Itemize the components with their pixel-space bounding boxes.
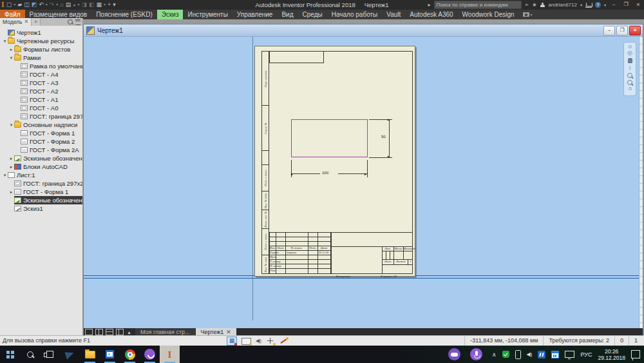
tree-item[interactable]: Эскиз1 (0, 204, 82, 213)
defender-shield-icon[interactable] (502, 351, 509, 358)
tree-item[interactable]: ГОСТ - А4 (0, 70, 82, 79)
zoom-window-icon[interactable] (627, 73, 632, 78)
menu-tab-эскиз[interactable]: Эскиз (157, 10, 184, 19)
volume-icon[interactable]: ◀) (527, 351, 533, 357)
help-search-input[interactable]: Поиск по справке и командам (434, 1, 522, 9)
publish-icon[interactable]: ◧ (89, 1, 95, 9)
document-titlebar[interactable]: Чертеж1 – ❐ × (84, 25, 643, 37)
tree-item[interactable]: ГОСТ - Форма 2А (0, 146, 82, 154)
sketch-rectangle[interactable] (291, 119, 368, 157)
caret-icon[interactable]: ▾ (104, 1, 106, 9)
menu-tab-autodesk-a360[interactable]: Autodesk A360 (405, 10, 457, 19)
tree-item[interactable]: ▾Чертежные ресурсы (0, 37, 82, 45)
precise-input-icon[interactable] (266, 337, 275, 345)
photos-app-icon[interactable] (100, 346, 120, 363)
menu-tab-начало-работы[interactable]: Начало работы (327, 10, 383, 19)
steering-wheel-icon[interactable]: ◎ (627, 50, 632, 56)
doc-minimize-button[interactable]: – (603, 26, 615, 35)
favorites-star-icon[interactable]: ★ (532, 2, 536, 8)
tree-item[interactable]: ▸Блоки AutoCAD (0, 162, 82, 171)
undo-icon[interactable]: ↶ (39, 1, 44, 9)
display-icon[interactable] (565, 351, 574, 358)
user-caret-icon[interactable]: ▾ (580, 3, 582, 7)
window-minimize-button[interactable]: – (609, 1, 618, 8)
caret-icon[interactable]: ▾ (77, 1, 79, 9)
tree-expander-icon[interactable]: ▾ (2, 39, 8, 44)
tray-expand-icon[interactable]: ∧ (492, 351, 497, 358)
tree-item[interactable]: ГОСТ - А1 (0, 95, 82, 104)
window-close-button[interactable]: × (634, 1, 643, 8)
inventor-logo-icon[interactable]: I (1, 1, 5, 9)
tree-item[interactable]: ГОСТ - А2 (0, 87, 82, 95)
phone-icon[interactable] (515, 350, 521, 359)
tree-item[interactable]: ▾Основные надписи (0, 121, 82, 129)
tab-close-icon[interactable]: ✕ (24, 18, 29, 26)
tree-item[interactable]: ▸ГОСТ - Форма 1 (0, 188, 82, 196)
caret-icon[interactable]: ▾ (46, 1, 48, 9)
doc-tab-close-icon[interactable]: ✕ (226, 329, 231, 335)
share-icon[interactable]: ➣ (525, 2, 529, 8)
menu-tab-vault[interactable]: Vault (382, 10, 405, 19)
arrange-windows-icon[interactable] (85, 329, 93, 335)
tree-expander-icon[interactable]: ▸ (8, 190, 14, 195)
browser-search-icon[interactable] (68, 19, 73, 25)
iproperties-icon[interactable]: ◩ (32, 1, 37, 9)
open-icon[interactable]: ▰ (17, 1, 22, 9)
tree-item[interactable]: ГОСТ - А3 (0, 79, 82, 87)
tree-item[interactable]: ГОСТ - Форма 1 (0, 129, 82, 137)
blue-app-icon[interactable] (538, 351, 545, 358)
viber-icon[interactable] (140, 346, 160, 363)
tree-expander-icon[interactable]: ▸ (8, 47, 14, 52)
tree-expander-icon[interactable]: ▾ (8, 55, 14, 61)
capture-caret-icon[interactable]: ▾ (531, 12, 533, 17)
redo-icon[interactable]: ↷ (50, 1, 55, 9)
menu-tab-инструменты[interactable]: Инструменты (183, 10, 232, 19)
doc-restore-button[interactable]: ❐ (616, 26, 628, 35)
menu-tab-пояснение-eskd-[interactable]: Пояснение (ESKD) (91, 10, 157, 19)
sound-toggle-icon[interactable]: ◀) (256, 337, 261, 345)
task-view-icon[interactable] (40, 346, 60, 363)
slideshow-toggle-icon[interactable] (242, 338, 251, 345)
record-icon[interactable]: ● (73, 1, 75, 9)
doc-close-button[interactable]: × (629, 26, 641, 35)
tree-item[interactable]: Чертеж1 (0, 28, 82, 37)
tree-item[interactable]: ▾Лист:1 (0, 171, 82, 179)
tree-expander-icon[interactable]: ▾ (8, 123, 14, 128)
caret-icon[interactable]: ▾ (56, 1, 58, 9)
measure-icon[interactable] (279, 337, 289, 345)
browser-menu-icon[interactable] (75, 19, 80, 25)
clock[interactable]: 20:2629.12.2018 (598, 348, 625, 361)
export-icon[interactable]: ◨ (81, 1, 87, 9)
home-icon[interactable]: ⌂ (60, 1, 63, 9)
tree-item[interactable]: ГОСТ: граница 297x210 (0, 112, 82, 121)
add-icon[interactable]: + (108, 1, 111, 9)
add-browser-tab-button[interactable]: + (32, 18, 41, 26)
print-icon[interactable]: ▤ (66, 1, 71, 9)
purple-assistant-icon[interactable] (448, 348, 460, 360)
help-icon[interactable]: ? (595, 2, 601, 8)
tree-item[interactable]: ▾Рамки (0, 54, 82, 62)
grid-toggle-icon[interactable]: ▦ (227, 337, 237, 346)
tree-expander-icon[interactable]: ▾ (2, 173, 8, 178)
language-indicator[interactable]: РУС (580, 351, 592, 358)
menu-tab-среды[interactable]: Среды (298, 10, 327, 19)
tile-horizontal-icon[interactable] (106, 329, 113, 335)
pan-hand-icon[interactable] (628, 58, 632, 63)
zoom-selected-icon[interactable] (627, 80, 632, 85)
store-cart-icon[interactable] (585, 3, 592, 8)
dimension-height[interactable]: 50 (381, 135, 386, 139)
username[interactable]: andrian6712 (548, 2, 576, 8)
purple-mic-icon[interactable] (470, 348, 482, 360)
start-button[interactable] (0, 346, 20, 363)
tree-expander-icon[interactable]: ▸ (8, 156, 14, 161)
expand-tabs-icon[interactable]: ▲ (127, 330, 131, 335)
screen-capture-icon[interactable] (523, 12, 529, 17)
tab-model[interactable]: Модель✕ (0, 18, 32, 26)
tree-item[interactable]: ГОСТ: граница 297x210 (0, 179, 82, 188)
app-box-icon[interactable]: ▦ (97, 1, 102, 9)
dimension-width[interactable]: 100 (321, 171, 329, 175)
tree-item[interactable]: ▸Эскизные обозначения (0, 154, 82, 162)
help-caret-icon[interactable]: ▾ (604, 3, 606, 7)
menu-tab-woodwork-design[interactable]: Woodwork Design (458, 10, 519, 19)
ribbon-collapse-icon[interactable]: ▾ (113, 1, 116, 9)
